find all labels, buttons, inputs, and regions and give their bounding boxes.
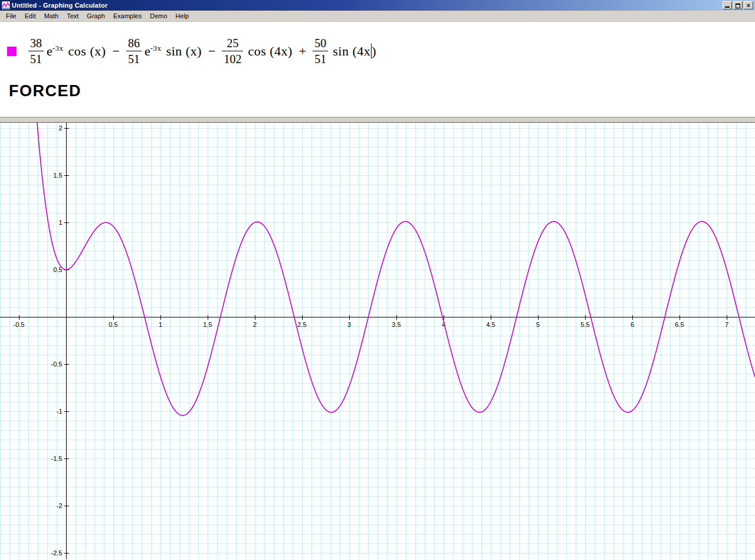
fraction: 25 102 [222,36,243,66]
svg-text:6.5: 6.5 [675,321,684,328]
fraction-denominator: 102 [222,52,243,66]
equation-term-4: 50 51 sin (4x ) [313,36,376,66]
fraction: 86 51 [126,36,142,66]
menu-edit[interactable]: Edit [21,11,40,21]
svg-text:1.5: 1.5 [203,321,212,328]
maximize-icon [736,4,740,8]
svg-text:-0.5: -0.5 [14,321,25,328]
svg-text:5.5: 5.5 [580,321,589,328]
fraction-numerator: 38 [28,36,44,50]
equation-expression[interactable]: 38 51 e-3x cos (x) − 86 51 e-3x sin ( [28,36,376,66]
fraction: 50 51 [313,36,328,66]
titlebar[interactable]: Untitled - Graphing Calculator × [0,0,755,11]
fraction-bar [126,51,142,51]
minimize-button[interactable] [723,1,732,9]
close-icon: × [744,2,753,9]
app-icon[interactable] [2,1,10,9]
exponential-factor: e-3x [47,44,64,59]
window-controls: × [723,1,754,9]
e-base: e [145,44,150,58]
fraction-bar [222,51,243,51]
annotation-label[interactable]: FORCED [9,82,81,100]
equation-panel: 38 51 e-3x cos (x) − 86 51 e-3x sin ( [0,22,755,117]
exponential-factor: e-3x [145,44,162,59]
fraction-bar [28,51,44,51]
fraction-denominator: 51 [28,52,44,66]
svg-text:-1.5: -1.5 [51,455,63,462]
menu-math[interactable]: Math [40,11,63,21]
fraction-bar [313,51,328,51]
menu-examples[interactable]: Examples [109,11,146,21]
fraction-denominator: 51 [126,52,142,66]
menu-text[interactable]: Text [63,11,83,21]
svg-text:3.5: 3.5 [392,321,401,328]
trig-function: cos (4x) [248,44,292,59]
menubar: File Edit Math Text Graph Examples Demo … [0,11,755,22]
trig-function: sin (x) [166,44,202,59]
menu-graph[interactable]: Graph [83,11,109,21]
pane-splitter[interactable] [0,117,755,123]
svg-text:2: 2 [253,321,257,328]
equation-row: 38 51 e-3x cos (x) − 86 51 e-3x sin ( [0,22,755,66]
svg-text:2.5: 2.5 [297,321,306,328]
fraction-denominator: 51 [313,52,328,66]
svg-text:3: 3 [347,321,351,328]
menu-demo[interactable]: Demo [146,11,171,21]
close-button[interactable]: × [744,1,753,9]
menu-file[interactable]: File [2,11,21,21]
svg-text:1: 1 [159,321,162,328]
trig-function: sin (4x [333,44,370,59]
svg-text:-0.5: -0.5 [51,361,63,368]
minus-operator: − [113,44,120,59]
fraction-numerator: 86 [126,36,142,50]
svg-text:-1: -1 [57,408,63,415]
svg-text:-2: -2 [57,502,63,509]
equation-term-2: 86 51 e-3x sin (x) [126,36,202,66]
exponent: -3x [52,44,64,53]
svg-text:4.5: 4.5 [486,321,495,328]
e-base: e [47,44,52,58]
app-window: Untitled - Graphing Calculator × File Ed… [0,0,755,560]
svg-text:2: 2 [58,125,62,132]
window-title: Untitled - Graphing Calculator [12,2,723,9]
trig-function: cos (x) [68,44,106,59]
minimize-icon [725,6,730,8]
graph-canvas: -0.50.511.522.533.544.555.566.57-2.5-2-1… [0,123,755,559]
fraction-numerator: 50 [313,36,328,50]
exponent: -3x [150,44,162,53]
svg-text:5: 5 [536,321,540,328]
minus-operator: − [208,44,215,59]
closing-paren: ) [372,44,376,59]
svg-text:6: 6 [631,321,634,328]
equation-term-3: 25 102 cos (4x) [222,36,292,66]
svg-text:1.5: 1.5 [53,172,62,179]
svg-text:1: 1 [58,219,62,226]
svg-text:0.5: 0.5 [109,321,117,328]
curve-color-swatch[interactable] [7,47,17,56]
plus-operator: + [299,44,306,59]
graph-area[interactable]: -0.50.511.522.533.544.555.566.57-2.5-2-1… [0,123,755,559]
equation-term-1: 38 51 e-3x cos (x) [28,36,106,66]
fraction: 38 51 [28,36,44,66]
svg-text:-2.5: -2.5 [51,549,63,556]
menu-help[interactable]: Help [172,11,193,21]
maximize-button[interactable] [733,1,743,9]
svg-text:7: 7 [725,321,728,328]
fraction-numerator: 25 [225,36,240,50]
